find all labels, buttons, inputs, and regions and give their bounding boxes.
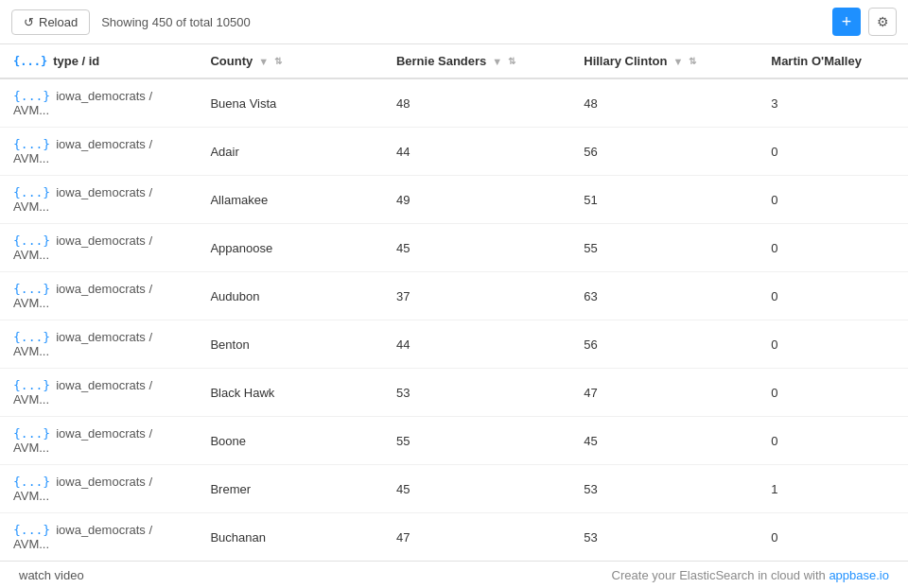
cell-hillary: 48 (570, 78, 758, 128)
table-row: {...}iowa_democrats / AVM...Boone55450 (0, 417, 908, 465)
type-id-icon: {...} (13, 55, 47, 68)
col-label-county: County (210, 54, 253, 68)
appbase-link[interactable]: appbase.io (829, 568, 889, 582)
cell-hillary: 55 (570, 224, 758, 272)
table-row: {...}iowa_democrats / AVM...Audubon37630 (0, 272, 908, 320)
cell-county: Buena Vista (197, 78, 382, 128)
cell-martin: 0 (758, 417, 908, 465)
table-header-row: {...} type / id County ▼ ⇅ Bernie Sander… (0, 44, 908, 78)
cell-county: Buchanan (197, 513, 382, 562)
col-label-hillary: Hillary Clinton (584, 54, 667, 68)
reload-label: Reload (39, 15, 78, 29)
cell-type-id: {...}iowa_democrats / AVM... (0, 369, 197, 417)
cell-type-id: {...}iowa_democrats / AVM... (0, 272, 197, 320)
cell-martin: 3 (758, 78, 908, 128)
cell-county: Benton (197, 320, 382, 369)
col-header-martin: Martin O'Malley (758, 44, 908, 78)
cell-type-id: {...}iowa_democrats / AVM... (0, 78, 197, 128)
cell-bernie: 44 (383, 128, 570, 176)
cell-county: Appanoose (197, 224, 382, 272)
table-body: {...}iowa_democrats / AVM...Buena Vista4… (0, 78, 908, 561)
type-icon: {...} (13, 378, 50, 392)
cell-martin: 0 (758, 272, 908, 320)
col-header-county: County ▼ ⇅ (197, 44, 382, 78)
table-row: {...}iowa_democrats / AVM...Buena Vista4… (0, 78, 908, 128)
type-icon: {...} (13, 185, 50, 199)
county-filter-icon[interactable]: ▼ (258, 56, 269, 67)
cell-bernie: 45 (383, 224, 570, 272)
type-icon: {...} (13, 426, 50, 441)
type-icon: {...} (13, 523, 50, 537)
cell-county: Adair (197, 128, 382, 176)
cell-bernie: 44 (383, 320, 570, 369)
watch-video-link[interactable]: watch video (19, 568, 84, 582)
cell-bernie: 37 (383, 272, 570, 320)
cell-county: Audubon (197, 272, 382, 320)
cell-county: Black Hawk (197, 369, 382, 417)
cell-type-id: {...}iowa_democrats / AVM... (0, 176, 197, 224)
footer-bar: watch video Create your ElasticSearch in… (0, 561, 908, 588)
cell-martin: 0 (758, 224, 908, 272)
table-row: {...}iowa_democrats / AVM...Benton44560 (0, 320, 908, 369)
cell-bernie: 55 (383, 417, 570, 465)
cell-bernie: 53 (383, 369, 570, 417)
type-icon: {...} (13, 89, 50, 103)
add-button[interactable]: + (832, 8, 861, 36)
cell-martin: 0 (758, 513, 908, 562)
cell-hillary: 53 (570, 513, 758, 562)
table-row: {...}iowa_democrats / AVM...Bremer45531 (0, 465, 908, 513)
col-header-bernie: Bernie Sanders ▼ ⇅ (383, 44, 570, 78)
settings-button[interactable]: ⚙ (868, 8, 897, 36)
type-icon: {...} (13, 475, 50, 489)
cell-county: Bremer (197, 465, 382, 513)
table-row: {...}iowa_democrats / AVM...Buchanan4753… (0, 513, 908, 562)
cell-martin: 0 (758, 128, 908, 176)
showing-text: Showing 450 of total 10500 (101, 15, 251, 29)
table-row: {...}iowa_democrats / AVM...Appanoose455… (0, 224, 908, 272)
cell-hillary: 45 (570, 417, 758, 465)
type-icon: {...} (13, 233, 50, 248)
cell-martin: 0 (758, 320, 908, 369)
cell-type-id: {...}iowa_democrats / AVM... (0, 513, 197, 562)
data-table: {...} type / id County ▼ ⇅ Bernie Sander… (0, 44, 908, 561)
hillary-filter-icon[interactable]: ▼ (672, 56, 683, 67)
header-left: ↺ Reload Showing 450 of total 10500 (11, 9, 251, 35)
cell-hillary: 51 (570, 176, 758, 224)
cell-martin: 0 (758, 369, 908, 417)
cell-county: Boone (197, 417, 382, 465)
cell-bernie: 47 (383, 513, 570, 562)
col-label-type-id: type / id (53, 54, 99, 68)
col-label-bernie: Bernie Sanders (396, 54, 486, 68)
type-icon: {...} (13, 137, 50, 151)
cell-type-id: {...}iowa_democrats / AVM... (0, 417, 197, 465)
type-icon: {...} (13, 330, 50, 344)
bernie-filter-icon[interactable]: ▼ (492, 56, 502, 67)
cell-type-id: {...}iowa_democrats / AVM... (0, 465, 197, 513)
col-header-type-id: {...} type / id (0, 44, 197, 78)
cell-martin: 0 (758, 176, 908, 224)
promo-text: Create your ElasticSearch in cloud with (612, 568, 829, 582)
cell-hillary: 63 (570, 272, 758, 320)
type-icon: {...} (13, 282, 50, 296)
bernie-sort-icon[interactable]: ⇅ (508, 56, 515, 66)
county-sort-icon[interactable]: ⇅ (274, 56, 282, 66)
reload-button[interactable]: ↺ Reload (11, 9, 90, 35)
cell-hillary: 56 (570, 128, 758, 176)
footer-promo: Create your ElasticSearch in cloud with … (612, 568, 889, 582)
cell-bernie: 49 (383, 176, 570, 224)
cell-hillary: 47 (570, 369, 758, 417)
reload-icon: ↺ (24, 15, 34, 29)
cell-hillary: 56 (570, 320, 758, 369)
col-header-hillary: Hillary Clinton ▼ ⇅ (570, 44, 758, 78)
table-row: {...}iowa_democrats / AVM...Black Hawk53… (0, 369, 908, 417)
table-container: {...} type / id County ▼ ⇅ Bernie Sander… (0, 44, 908, 561)
cell-bernie: 45 (383, 465, 570, 513)
table-row: {...}iowa_democrats / AVM...Allamakee495… (0, 176, 908, 224)
header-right: + ⚙ (832, 8, 897, 36)
cell-type-id: {...}iowa_democrats / AVM... (0, 128, 197, 176)
table-row: {...}iowa_democrats / AVM...Adair44560 (0, 128, 908, 176)
cell-type-id: {...}iowa_democrats / AVM... (0, 320, 197, 369)
col-label-martin: Martin O'Malley (771, 54, 862, 68)
hillary-sort-icon[interactable]: ⇅ (689, 56, 696, 66)
cell-martin: 1 (758, 465, 908, 513)
